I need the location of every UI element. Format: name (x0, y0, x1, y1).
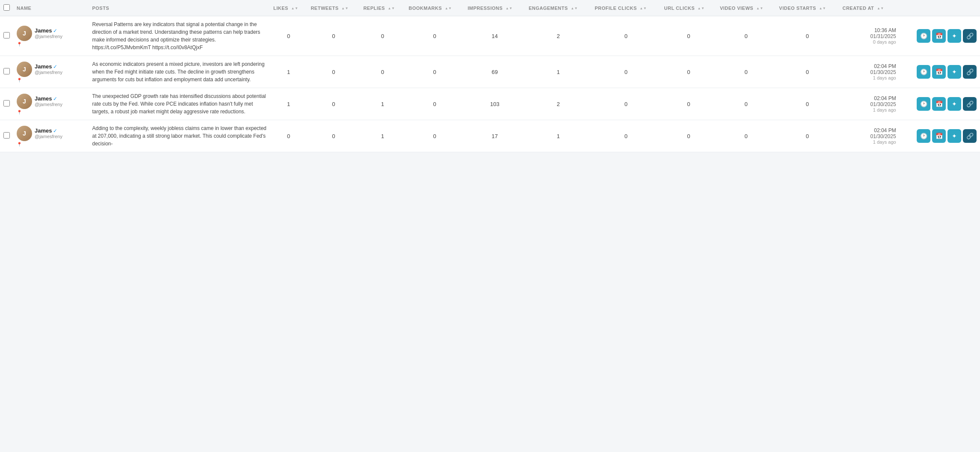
calendar-button[interactable]: 📅 (932, 29, 946, 43)
user-handle: @jamesfreny (35, 134, 62, 139)
user-details: James ✓ @jamesfreny (35, 63, 62, 75)
col-header-name[interactable]: NAME (13, 0, 89, 16)
retweets-value: 0 (307, 16, 360, 56)
link-button[interactable]: 🔗 (963, 129, 977, 143)
user-info: J James ✓ @jamesfreny 📍 (17, 94, 85, 115)
col-header-video-starts[interactable]: VIDEO STARTS ▲▼ (776, 0, 839, 16)
link-button[interactable]: 🔗 (963, 97, 977, 111)
actions-cell: 🕐 📅 ✦ 🔗 (900, 88, 980, 120)
impressions-value: 103 (464, 88, 525, 120)
col-header-created-at[interactable]: CREATED AT ▲▼ (839, 0, 899, 16)
user-name: James (35, 127, 52, 134)
created-time: 02:04 PM (842, 95, 896, 101)
clock-button[interactable]: 🕐 (917, 65, 930, 79)
location-icon: 📍 (17, 142, 22, 147)
col-header-bookmarks[interactable]: BOOKMARKS ▲▼ (405, 0, 464, 16)
likes-value: 0 (270, 120, 307, 152)
engagements-value: 1 (525, 120, 591, 152)
col-header-likes[interactable]: LIKES ▲▼ (270, 0, 307, 16)
row-checkbox-2[interactable] (3, 68, 10, 74)
row-checkbox-1[interactable] (3, 32, 10, 38)
actions-cell: 🕐 📅 ✦ 🔗 (900, 56, 980, 88)
col-header-url-clicks[interactable]: URL CLICKS ▲▼ (661, 0, 716, 16)
days-ago: 1 days ago (842, 75, 896, 80)
sort-profile-clicks-icon: ▲▼ (640, 7, 647, 10)
bookmarks-value: 0 (405, 56, 464, 88)
col-header-replies[interactable]: REPLIES ▲▼ (360, 0, 405, 16)
table-row: J James ✓ @jamesfreny 📍 The unexpected G… (0, 88, 980, 120)
actions-cell: 🕐 📅 ✦ 🔗 (900, 16, 980, 56)
days-ago: 1 days ago (842, 107, 896, 112)
col-header-impressions[interactable]: IMPRESSIONS ▲▼ (464, 0, 525, 16)
row-checkbox-4[interactable] (3, 132, 10, 139)
star-button[interactable]: ✦ (947, 65, 961, 79)
user-cell: J James ✓ @jamesfreny 📍 (13, 16, 89, 56)
likes-value: 1 (270, 88, 307, 120)
created-date: 01/30/2025 (842, 69, 896, 75)
calendar-button[interactable]: 📅 (932, 129, 946, 143)
created-date: 01/31/2025 (842, 33, 896, 39)
replies-value: 0 (360, 16, 405, 56)
created-time: 02:04 PM (842, 127, 896, 133)
verified-icon: ✓ (53, 96, 57, 102)
star-button[interactable]: ✦ (947, 29, 961, 43)
likes-value: 1 (270, 56, 307, 88)
row-checkbox-cell (0, 16, 13, 56)
url-clicks-value: 0 (661, 16, 716, 56)
row-checkbox-3[interactable] (3, 100, 10, 106)
col-header-engagements[interactable]: ENGAGEMENTS ▲▼ (525, 0, 591, 16)
col-header-profile-clicks[interactable]: PROFILE CLICKS ▲▼ (591, 0, 660, 16)
user-handle: @jamesfreny (35, 34, 62, 39)
profile-clicks-value: 0 (591, 88, 660, 120)
col-header-video-views[interactable]: VIDEO VIEWS ▲▼ (716, 0, 776, 16)
impressions-value: 69 (464, 56, 525, 88)
star-button[interactable]: ✦ (947, 129, 961, 143)
link-button[interactable]: 🔗 (963, 65, 977, 79)
user-row: J James ✓ @jamesfreny (17, 62, 62, 77)
col-header-retweets[interactable]: RETWEETS ▲▼ (307, 0, 360, 16)
action-buttons: 🕐 📅 ✦ 🔗 (903, 129, 977, 143)
table-row: J James ✓ @jamesfreny 📍 As economic indi… (0, 56, 980, 88)
clock-button[interactable]: 🕐 (917, 29, 930, 43)
row-checkbox-cell (0, 120, 13, 152)
profile-clicks-value: 0 (591, 16, 660, 56)
sort-video-views-icon: ▲▼ (756, 7, 764, 10)
verified-icon: ✓ (53, 28, 57, 34)
created-time: 02:04 PM (842, 63, 896, 69)
retweets-value: 0 (307, 120, 360, 152)
user-name: James (35, 95, 52, 102)
calendar-button[interactable]: 📅 (932, 97, 946, 111)
select-all-checkbox[interactable] (3, 4, 10, 11)
sort-bookmarks-icon: ▲▼ (445, 7, 452, 10)
clock-button[interactable]: 🕐 (917, 129, 930, 143)
created-at-cell: 10:36 AM 01/31/2025 0 days ago (839, 16, 899, 56)
created-at-cell: 02:04 PM 01/30/2025 1 days ago (839, 120, 899, 152)
avatar: J (17, 62, 32, 77)
engagements-value: 2 (525, 88, 591, 120)
calendar-button[interactable]: 📅 (932, 65, 946, 79)
col-header-posts[interactable]: POSTS (89, 0, 270, 16)
video-views-value: 0 (716, 56, 776, 88)
location-icon: 📍 (17, 78, 22, 83)
clock-button[interactable]: 🕐 (917, 97, 930, 111)
url-clicks-value: 0 (661, 120, 716, 152)
created-at-cell: 02:04 PM 01/30/2025 1 days ago (839, 88, 899, 120)
days-ago: 0 days ago (842, 39, 896, 44)
profile-clicks-value: 0 (591, 56, 660, 88)
url-clicks-value: 0 (661, 56, 716, 88)
user-details: James ✓ @jamesfreny (35, 95, 62, 107)
user-row: J James ✓ @jamesfreny (17, 94, 62, 109)
sort-impressions-icon: ▲▼ (506, 7, 513, 10)
post-content: Adding to the complexity, weekly jobless… (89, 120, 270, 152)
table-row: J James ✓ @jamesfreny 📍 Reversal Pattern… (0, 16, 980, 56)
link-button[interactable]: 🔗 (963, 29, 977, 43)
star-button[interactable]: ✦ (947, 97, 961, 111)
sort-engagements-icon: ▲▼ (571, 7, 578, 10)
created-date: 01/30/2025 (842, 133, 896, 139)
retweets-value: 0 (307, 88, 360, 120)
replies-value: 1 (360, 88, 405, 120)
impressions-value: 17 (464, 120, 525, 152)
main-table-container: NAME POSTS LIKES ▲▼ RETWEETS ▲▼ REPLIES … (0, 0, 980, 152)
select-all-header (0, 0, 13, 16)
user-cell: J James ✓ @jamesfreny 📍 (13, 120, 89, 152)
